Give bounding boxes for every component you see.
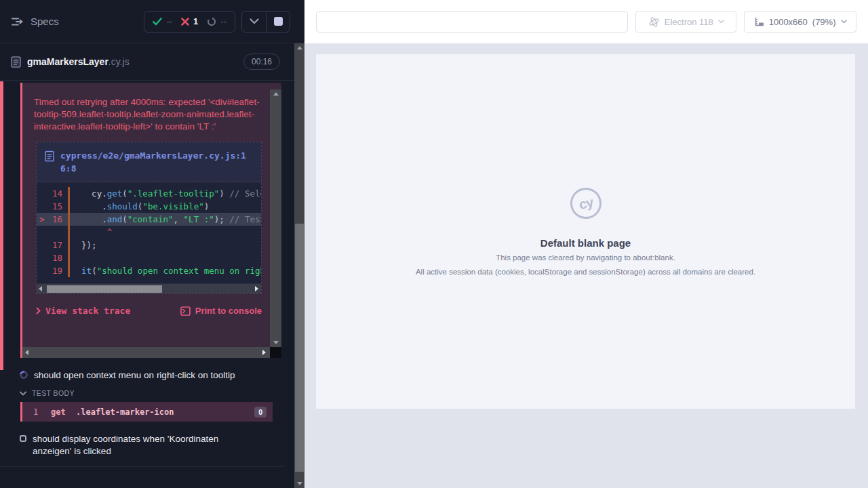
browser-bar: Electron 118 1000x660 (79%) bbox=[304, 0, 868, 43]
run-stats: -- 1 -- bbox=[144, 11, 235, 33]
url-input[interactable] bbox=[316, 11, 628, 33]
scroll-down-icon[interactable] bbox=[294, 482, 304, 485]
command-log-row[interactable]: 1 get .leaflet-marker-icon 0 bbox=[20, 402, 273, 422]
blank-page-message: cy Default blank page This page was clea… bbox=[316, 188, 855, 277]
scroll-up-icon[interactable] bbox=[294, 46, 304, 49]
code-line-number: 18 bbox=[47, 251, 62, 264]
test-item-running[interactable]: should open context menu on right-click … bbox=[0, 369, 271, 382]
scroll-right-icon[interactable] bbox=[262, 347, 266, 358]
error-file-link[interactable]: cypress/e2e/gmaMarkersLayer.cy.js:16:8 bbox=[60, 149, 253, 175]
stop-icon bbox=[274, 17, 283, 26]
chevron-down-icon bbox=[841, 20, 847, 24]
scrollbar-corner bbox=[270, 347, 281, 358]
spec-timer: 00:16 bbox=[243, 54, 280, 70]
code-line: 15 .should("be.visible") bbox=[37, 200, 261, 213]
code-line: 17 }); bbox=[37, 239, 261, 251]
code-line-text: cy.get(".leaflet-tooltip") // Selek bbox=[68, 187, 261, 200]
test-body-toggle[interactable]: TEST BODY bbox=[0, 389, 294, 397]
code-line-number: 14 bbox=[47, 187, 62, 200]
chevron-down-icon bbox=[718, 20, 724, 24]
code-hscrollbar-thumb[interactable] bbox=[47, 285, 162, 293]
code-snippet: 14 cy.get(".leaflet-tooltip") // Selek15… bbox=[37, 182, 261, 283]
code-line-number: 16 bbox=[47, 213, 62, 226]
stat-failed: 1 bbox=[181, 16, 198, 26]
spec-ext: .cy.js bbox=[108, 56, 130, 67]
test-running-spinner-icon bbox=[18, 369, 30, 381]
blank-page-line1: This page was cleared by navigating to a… bbox=[316, 252, 855, 263]
error-hscrollbar[interactable] bbox=[22, 347, 270, 358]
code-frame: cypress/e2e/gmaMarkersLayer.cy.js:16:8 1… bbox=[36, 142, 262, 294]
error-line-arrow-icon bbox=[37, 226, 47, 239]
file-icon bbox=[45, 150, 54, 162]
code-line-text bbox=[68, 251, 261, 264]
code-line-number: 15 bbox=[47, 200, 62, 213]
reporter-scrollbar-thumb[interactable] bbox=[295, 224, 304, 472]
print-to-console-button[interactable]: Print to console bbox=[180, 306, 262, 316]
error-scroll-area: Timed out retrying after 4000ms: expecte… bbox=[22, 83, 270, 347]
scroll-down-icon[interactable] bbox=[270, 341, 281, 344]
terminal-icon bbox=[180, 306, 191, 316]
code-line-number bbox=[47, 226, 62, 239]
code-line: ^ bbox=[37, 226, 261, 239]
error-line-arrow-icon bbox=[37, 187, 47, 200]
check-icon bbox=[153, 18, 162, 26]
cypress-logo-icon: cy bbox=[567, 185, 604, 222]
chevron-down-icon bbox=[20, 391, 26, 396]
code-hscrollbar[interactable] bbox=[37, 283, 261, 293]
x-icon bbox=[181, 18, 189, 26]
chevron-right-icon bbox=[36, 307, 41, 314]
blank-page-title: Default blank page bbox=[316, 237, 855, 249]
code-line: >16 .and("contain", "LT :"); // Test bbox=[37, 213, 261, 226]
scroll-up-icon[interactable] bbox=[270, 92, 281, 96]
command-method: get bbox=[51, 407, 76, 417]
spec-row[interactable]: gmaMarkersLayer.cy.js 00:16 bbox=[0, 43, 304, 81]
viewport-size: 1000x660 bbox=[769, 17, 808, 27]
scroll-left-icon[interactable] bbox=[39, 284, 42, 293]
error-line-arrow-icon: > bbox=[37, 213, 47, 226]
viewport-ruler-icon bbox=[754, 17, 764, 27]
test-item-pending[interactable]: should display coordinates when 'Koordin… bbox=[0, 433, 271, 458]
error-panel: Timed out retrying after 4000ms: expecte… bbox=[20, 83, 281, 358]
code-line-text: .and("contain", "LT :"); // Test bbox=[68, 213, 261, 226]
code-frame-header: cypress/e2e/gmaMarkersLayer.cy.js:16:8 bbox=[37, 142, 261, 182]
stage-panel: Electron 118 1000x660 (79%) cy Default b… bbox=[304, 0, 868, 488]
error-actions: View stack trace Print to console bbox=[36, 306, 262, 316]
reporter-scrollbar[interactable] bbox=[294, 43, 304, 488]
test-body-label: TEST BODY bbox=[32, 389, 75, 397]
test-title: should display coordinates when 'Koordin… bbox=[33, 433, 256, 458]
error-vscrollbar[interactable] bbox=[270, 89, 281, 347]
test-title: should open context menu on right-click … bbox=[34, 369, 235, 382]
code-line-text: ^ bbox=[68, 226, 261, 239]
electron-icon bbox=[648, 16, 660, 28]
error-line-arrow-icon bbox=[37, 239, 47, 251]
error-line-arrow-icon bbox=[37, 264, 47, 277]
specs-title: Specs bbox=[31, 16, 59, 27]
command-message: .leaflet-marker-icon bbox=[76, 407, 174, 417]
spec-file-icon bbox=[11, 56, 21, 68]
chevron-down-icon bbox=[250, 18, 259, 24]
aut-iframe: cy Default blank page This page was clea… bbox=[316, 54, 855, 409]
view-stack-trace-button[interactable]: View stack trace bbox=[36, 306, 130, 316]
reporter-header: Specs -- 1 -- bbox=[0, 0, 304, 43]
stat-running: -- bbox=[207, 16, 226, 26]
test-pending-icon bbox=[20, 435, 26, 442]
code-line: 18 bbox=[37, 251, 261, 264]
viewport-zoom: (79%) bbox=[812, 17, 836, 27]
stat-passed: -- bbox=[153, 16, 172, 26]
app-root: Specs -- 1 -- bbox=[0, 0, 868, 488]
browser-select[interactable]: Electron 118 bbox=[635, 11, 736, 33]
browser-name: Electron 118 bbox=[665, 17, 713, 27]
error-message: Timed out retrying after 4000ms: expecte… bbox=[34, 96, 262, 133]
specs-menu-icon[interactable] bbox=[11, 16, 24, 27]
viewport-select[interactable]: 1000x660 (79%) bbox=[744, 11, 856, 33]
scroll-left-icon[interactable] bbox=[25, 347, 28, 358]
reporter-content: Timed out retrying after 4000ms: expecte… bbox=[0, 81, 294, 488]
scroll-right-icon[interactable] bbox=[255, 284, 258, 293]
stop-button[interactable] bbox=[266, 12, 290, 32]
code-line-number: 17 bbox=[47, 239, 62, 251]
collapse-button[interactable] bbox=[242, 12, 266, 32]
code-line-text: .should("be.visible") bbox=[68, 200, 261, 213]
blank-page-line2: All active session data (cookies, localS… bbox=[316, 266, 855, 277]
command-count-badge: 0 bbox=[254, 407, 267, 418]
run-controls bbox=[241, 11, 290, 33]
